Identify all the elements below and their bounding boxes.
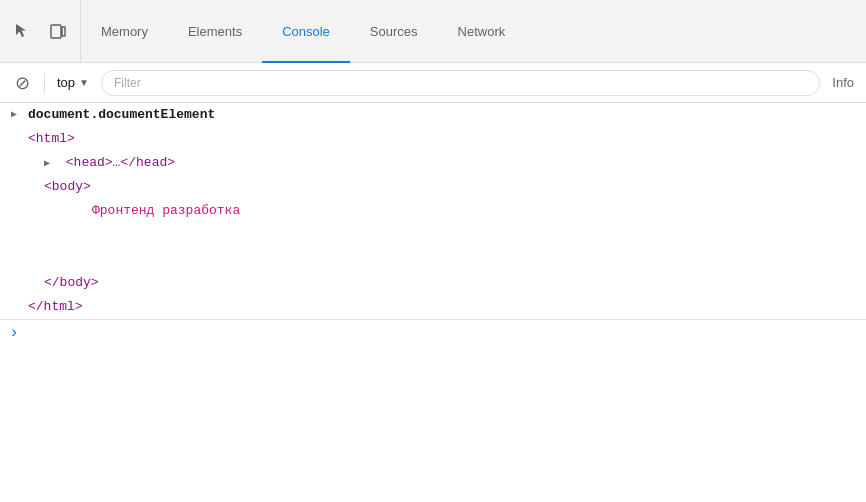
context-label: top: [57, 75, 75, 90]
prompt-chevron-icon: ›: [0, 324, 28, 342]
tab-elements[interactable]: Elements: [168, 1, 262, 63]
body-close-tag: </body>: [44, 275, 99, 290]
console-prompt: ›: [0, 319, 866, 346]
expand-icon[interactable]: ▶: [0, 105, 28, 125]
html-open-tag: <html>: [28, 131, 75, 146]
head-tag: <head>…</head>: [66, 155, 175, 170]
body-text-line: Фронтенд разработка: [0, 199, 866, 223]
head-expand-icon[interactable]: [44, 154, 58, 168]
tab-console[interactable]: Console: [262, 1, 350, 63]
cursor-icon[interactable]: [8, 17, 36, 45]
tabs-container: Memory Elements Console Sources Network: [81, 0, 866, 62]
no-icon[interactable]: ⊘: [8, 69, 36, 97]
body-open-tag: <body>: [44, 179, 91, 194]
console-output: ▶ document.documentElement <html> <head>…: [0, 103, 866, 502]
chevron-down-icon: ▼: [79, 77, 89, 88]
toolbar-divider: [44, 73, 45, 93]
body-text-content: Фронтенд разработка: [92, 203, 240, 218]
tab-memory[interactable]: Memory: [81, 1, 168, 63]
inspect-icon[interactable]: [44, 17, 72, 45]
html-close-line: </html>: [0, 295, 866, 319]
devtools-icons: [0, 0, 81, 62]
console-input[interactable]: [28, 326, 866, 341]
tab-network[interactable]: Network: [438, 1, 526, 63]
tab-sources[interactable]: Sources: [350, 1, 438, 63]
body-open-line: <body>: [0, 175, 866, 199]
spacer-line-1: [0, 223, 866, 247]
console-toolbar: ⊘ top ▼ Info: [0, 63, 866, 103]
expression-line: ▶ document.documentElement: [0, 103, 866, 127]
filter-input[interactable]: [101, 70, 820, 96]
html-close-tag: </html>: [28, 299, 83, 314]
spacer-line-2: [0, 247, 866, 271]
html-open-line: <html>: [0, 127, 866, 151]
svg-rect-1: [62, 27, 65, 36]
context-selector[interactable]: top ▼: [53, 73, 93, 92]
svg-rect-0: [51, 25, 61, 38]
info-button[interactable]: Info: [828, 73, 858, 92]
body-close-line: </body>: [0, 271, 866, 295]
tab-bar: Memory Elements Console Sources Network: [0, 0, 866, 63]
expression-text: document.documentElement: [28, 107, 215, 122]
head-line: <head>…</head>: [0, 151, 866, 175]
